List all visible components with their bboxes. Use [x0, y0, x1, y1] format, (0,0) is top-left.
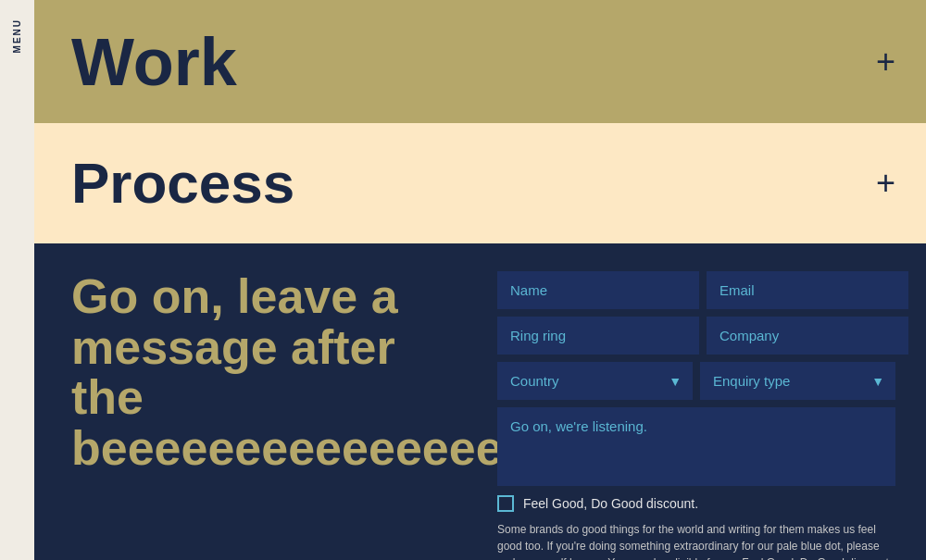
name-input[interactable]	[497, 271, 699, 309]
form-row-phone-company	[497, 317, 895, 355]
form-row-country-enquiry: Country United Kingdom United States Aus…	[497, 362, 895, 400]
company-input[interactable]	[707, 317, 908, 355]
contact-form: Country United Kingdom United States Aus…	[497, 271, 895, 560]
sidebar: MENU	[0, 0, 34, 560]
form-row-name-email	[497, 271, 895, 309]
process-section: Process +	[34, 123, 926, 243]
contact-headline-container: Go on, leave a message after the beeeeee…	[71, 271, 460, 560]
country-select-wrapper: Country United Kingdom United States Aus…	[497, 362, 693, 400]
discount-checkbox[interactable]	[497, 495, 514, 512]
main-content: Work + Process + Go on, leave a message …	[34, 0, 926, 560]
country-select[interactable]: Country United Kingdom United States Aus…	[497, 362, 693, 400]
menu-label: MENU	[12, 19, 22, 53]
contact-section: Go on, leave a message after the beeeeee…	[34, 243, 926, 560]
enquiry-select-wrapper: Enquiry type General Enquiry Project Bri…	[700, 362, 895, 400]
work-section: Work +	[34, 0, 926, 123]
contact-headline-text: Go on, leave a message after the beeeeee…	[71, 271, 460, 473]
email-input[interactable]	[707, 271, 908, 309]
form-row-message	[497, 407, 895, 486]
message-textarea[interactable]	[497, 407, 895, 486]
enquiry-select[interactable]: Enquiry type General Enquiry Project Bri…	[700, 362, 895, 400]
phone-input[interactable]	[497, 317, 699, 355]
discount-checkbox-label: Feel Good, Do Good discount.	[523, 496, 698, 511]
work-title: Work	[71, 29, 237, 95]
work-expand-button[interactable]: +	[876, 43, 895, 81]
process-title: Process	[71, 155, 294, 212]
process-expand-button[interactable]: +	[876, 164, 895, 203]
discount-description: Some brands do good things for the world…	[497, 521, 895, 560]
checkbox-row: Feel Good, Do Good discount.	[497, 495, 895, 512]
